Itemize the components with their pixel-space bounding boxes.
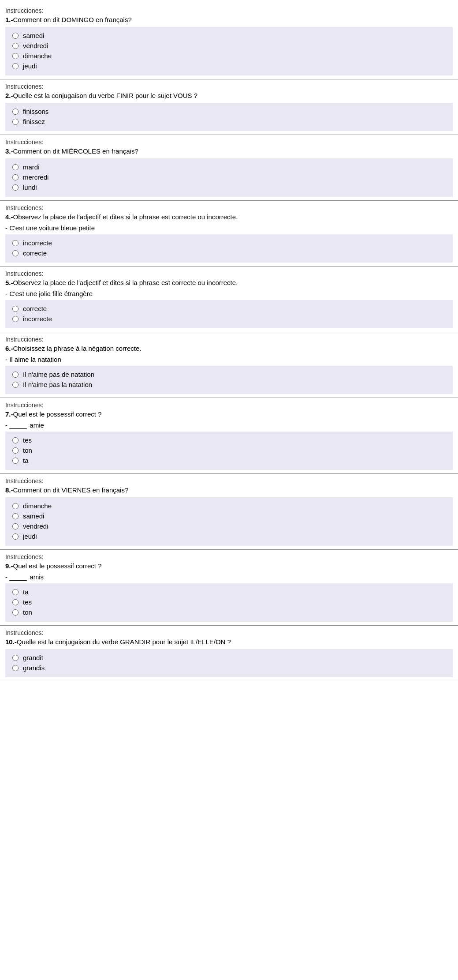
question-block-8: Instrucciones:8.-Comment on dit VIERNES …: [0, 474, 458, 550]
radio-circle-1-2[interactable]: [12, 53, 19, 59]
option-item-6-1[interactable]: Il n'aime pas la natation: [12, 379, 446, 390]
option-label-3-0: mardi: [23, 163, 40, 171]
radio-circle-7-2[interactable]: [12, 458, 19, 464]
option-item-9-2[interactable]: ton: [12, 607, 446, 617]
option-label-9-1: tes: [23, 598, 32, 606]
option-label-4-0: incorrecte: [23, 239, 52, 247]
instructions-label-5: Instrucciones:: [5, 270, 453, 277]
question-sub-blank-7: - amie: [5, 421, 453, 429]
option-item-3-0[interactable]: mardi: [12, 162, 446, 172]
option-label-4-1: correcte: [23, 249, 47, 257]
option-item-10-1[interactable]: grandis: [12, 663, 446, 673]
option-item-2-0[interactable]: finissons: [12, 106, 446, 116]
question-block-3: Instrucciones:3.-Comment on dit MIÉRCOLE…: [0, 135, 458, 201]
option-item-4-1[interactable]: correcte: [12, 248, 446, 258]
option-item-8-2[interactable]: vendredi: [12, 521, 446, 531]
option-item-8-0[interactable]: dimanche: [12, 501, 446, 511]
option-label-7-0: tes: [23, 436, 32, 444]
instructions-label-6: Instrucciones:: [5, 336, 453, 343]
radio-circle-6-0[interactable]: [12, 372, 19, 378]
radio-circle-2-0[interactable]: [12, 109, 19, 115]
option-item-7-2[interactable]: ta: [12, 455, 446, 466]
radio-circle-7-0[interactable]: [12, 437, 19, 443]
question-text-1: 1.-Comment on dit DOMINGO en français?: [5, 15, 453, 24]
question-text-2: 2.-Quelle est la conjugaison du verbe FI…: [5, 91, 453, 100]
options-area-2: finissonsfinissez: [5, 103, 453, 131]
radio-circle-7-1[interactable]: [12, 447, 19, 454]
option-item-1-1[interactable]: vendredi: [12, 41, 446, 51]
option-item-7-1[interactable]: ton: [12, 445, 446, 455]
radio-circle-9-0[interactable]: [12, 589, 19, 595]
options-area-10: granditgrandis: [5, 649, 453, 677]
radio-circle-10-1[interactable]: [12, 665, 19, 671]
radio-circle-8-3[interactable]: [12, 533, 19, 540]
option-item-7-0[interactable]: tes: [12, 435, 446, 445]
options-area-5: correcteincorrecte: [5, 300, 453, 328]
blank-underline: [9, 580, 27, 581]
option-item-1-0[interactable]: samedi: [12, 30, 446, 41]
option-item-8-1[interactable]: samedi: [12, 511, 446, 521]
options-area-3: mardimercredilundi: [5, 158, 453, 197]
instructions-label-3: Instrucciones:: [5, 139, 453, 146]
option-item-1-3[interactable]: jeudi: [12, 61, 446, 71]
options-area-9: tateston: [5, 583, 453, 622]
option-item-5-1[interactable]: incorrecte: [12, 314, 446, 324]
option-item-2-1[interactable]: finissez: [12, 116, 446, 127]
option-item-3-1[interactable]: mercredi: [12, 172, 446, 182]
instructions-label-4: Instrucciones:: [5, 204, 453, 211]
option-label-1-1: vendredi: [23, 42, 48, 49]
radio-circle-3-2[interactable]: [12, 184, 19, 191]
option-item-3-2[interactable]: lundi: [12, 182, 446, 192]
option-item-10-0[interactable]: grandit: [12, 653, 446, 663]
instructions-label-10: Instrucciones:: [5, 629, 453, 636]
option-label-5-1: incorrecte: [23, 315, 52, 323]
radio-circle-10-0[interactable]: [12, 655, 19, 661]
radio-circle-1-1[interactable]: [12, 43, 19, 49]
option-item-8-3[interactable]: jeudi: [12, 531, 446, 541]
radio-circle-5-1[interactable]: [12, 316, 19, 322]
radio-circle-8-1[interactable]: [12, 513, 19, 519]
radio-circle-4-1[interactable]: [12, 250, 19, 256]
option-item-4-0[interactable]: incorrecte: [12, 238, 446, 248]
question-text-9: 9.-Quel est le possessif correct ?: [5, 561, 453, 571]
option-label-8-0: dimanche: [23, 502, 52, 510]
instructions-label-8: Instrucciones:: [5, 477, 453, 484]
option-item-9-0[interactable]: ta: [12, 587, 446, 597]
radio-circle-4-0[interactable]: [12, 240, 19, 246]
question-sub-blank-9: - amis: [5, 573, 453, 581]
option-label-8-3: jeudi: [23, 533, 37, 540]
option-item-5-0[interactable]: correcte: [12, 304, 446, 314]
radio-circle-3-0[interactable]: [12, 164, 19, 170]
radio-circle-8-2[interactable]: [12, 523, 19, 529]
options-area-7: testonta: [5, 432, 453, 470]
radio-circle-1-0[interactable]: [12, 33, 19, 39]
option-item-6-0[interactable]: Il n'aime pas de natation: [12, 369, 446, 379]
option-item-9-1[interactable]: tes: [12, 597, 446, 607]
radio-circle-8-0[interactable]: [12, 503, 19, 509]
option-label-2-1: finissez: [23, 118, 45, 125]
option-label-7-1: ton: [23, 447, 32, 454]
options-area-1: samedivendredidimanchejeudi: [5, 27, 453, 75]
radio-circle-3-1[interactable]: [12, 174, 19, 180]
radio-circle-1-3[interactable]: [12, 63, 19, 69]
option-label-9-2: ton: [23, 608, 32, 616]
radio-circle-5-0[interactable]: [12, 306, 19, 312]
question-block-4: Instrucciones:4.-Observez la place de l'…: [0, 201, 458, 267]
option-label-1-2: dimanche: [23, 52, 52, 60]
question-block-7: Instrucciones:7.-Quel est le possessif c…: [0, 398, 458, 474]
page-container: Instrucciones:1.-Comment on dit DOMINGO …: [0, 0, 458, 685]
instructions-label-7: Instrucciones:: [5, 402, 453, 409]
question-sub-5: - C'est une jolie fille étrangère: [5, 290, 453, 297]
option-label-8-1: samedi: [23, 512, 44, 520]
question-text-8: 8.-Comment on dit VIERNES en français?: [5, 485, 453, 495]
options-area-4: incorrectecorrecte: [5, 234, 453, 263]
option-label-10-1: grandis: [23, 664, 45, 672]
option-label-7-2: ta: [23, 457, 29, 464]
radio-circle-6-1[interactable]: [12, 382, 19, 388]
radio-circle-2-1[interactable]: [12, 119, 19, 125]
question-text-10: 10.-Quelle est la conjugaison du verbe G…: [5, 637, 453, 646]
radio-circle-9-1[interactable]: [12, 599, 19, 605]
radio-circle-9-2[interactable]: [12, 609, 19, 616]
option-item-1-2[interactable]: dimanche: [12, 51, 446, 61]
options-area-8: dimanchesamedivendredijeudi: [5, 497, 453, 546]
